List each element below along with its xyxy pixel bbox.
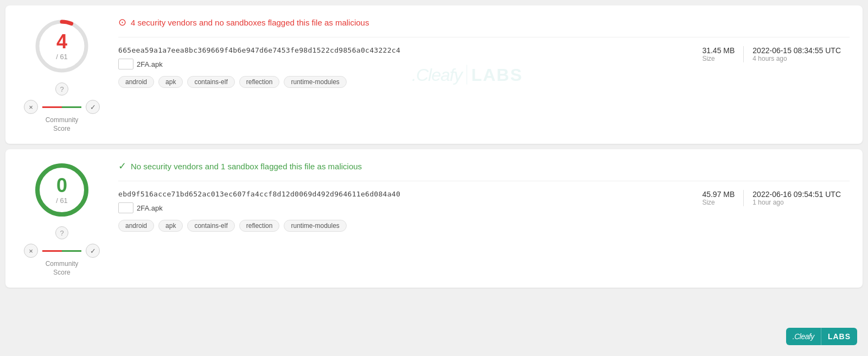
alert-banner-2: ✓ No security vendors and 1 sandbox flag… [118, 160, 850, 172]
tag-contains-elf-1[interactable]: contains-elf [187, 76, 234, 88]
result-card-2: 0 / 61 ? × ✓ CommunityScore ✓ No securit… [5, 149, 863, 288]
alert-text-2: No security vendors and 1 sandbox flagge… [131, 162, 362, 171]
score-denom-2: / 61 [56, 196, 68, 205]
vote-yes-button-1[interactable]: ✓ [86, 100, 100, 114]
vote-bar-1: × ✓ [24, 100, 100, 114]
meta-date-1: 2022-06-15 08:34:55 UTC 4 hours ago [744, 46, 850, 62]
file-name-1: 2FA.apk [137, 60, 163, 68]
file-icon-2 [118, 202, 133, 213]
date-label-1: 4 hours ago [752, 55, 787, 62]
bar-right-1 [62, 106, 81, 108]
tag-apk-2[interactable]: apk [158, 220, 183, 232]
score-number-2: 0 [56, 174, 67, 196]
date-label-2: 1 hour ago [752, 199, 783, 206]
size-value-2: 45.97 MB [702, 190, 735, 199]
vote-no-button-1[interactable]: × [24, 100, 38, 114]
tag-reflection-1[interactable]: reflection [239, 76, 280, 88]
size-value-1: 31.45 MB [702, 46, 735, 55]
tag-runtime-modules-2[interactable]: runtime-modules [284, 220, 346, 232]
tags-row-1: android apk contains-elf reflection runt… [118, 76, 702, 88]
community-label-1: CommunityScore [46, 116, 79, 133]
size-label-2: Size [702, 199, 714, 206]
hash-left-1: 665eea59a1a7eea8bc369669f4b6e947d6e7453f… [118, 46, 702, 88]
file-icon-1 [118, 59, 133, 69]
hash-row-1: 665eea59a1a7eea8bc369669f4b6e947d6e7453f… [118, 46, 702, 54]
hash-value-1: 665eea59a1a7eea8bc369669f4b6e947d6e7453f… [118, 46, 400, 54]
community-label-2: CommunityScore [46, 260, 79, 277]
tag-contains-elf-2[interactable]: contains-elf [187, 220, 234, 232]
bar-right-2 [62, 250, 81, 252]
tags-row-2: android apk contains-elf reflection runt… [118, 220, 702, 232]
tag-reflection-2[interactable]: reflection [239, 220, 280, 232]
meta-size-2: 45.97 MB Size [702, 190, 744, 206]
community-section-1: ? × ✓ CommunityScore [18, 82, 105, 133]
score-panel-1: 4 / 61 ? × ✓ CommunityScore [18, 16, 105, 133]
bar-left-2 [42, 250, 62, 252]
score-panel-2: 0 / 61 ? × ✓ CommunityScore [18, 160, 105, 277]
file-name-2: 2FA.apk [137, 204, 163, 212]
file-name-row-1: 2FA.apk [118, 59, 702, 69]
alert-icon-1: ⊙ [118, 16, 126, 28]
tag-android-1[interactable]: android [118, 76, 154, 88]
meta-group-1: 31.45 MB Size 2022-06-15 08:34:55 UTC 4 … [702, 46, 850, 62]
score-denom-1: / 61 [56, 53, 68, 61]
alert-icon-2: ✓ [118, 160, 126, 172]
tag-apk-1[interactable]: apk [158, 76, 183, 88]
community-section-2: ? × ✓ CommunityScore [18, 226, 105, 277]
score-circle-1: 4 / 61 [32, 16, 92, 76]
bar-track-1 [42, 106, 81, 108]
hash-left-2: ebd9f516acce71bd652ac013ec607fa4ccf8d12d… [118, 190, 702, 232]
alert-banner-1: ⊙ 4 security vendors and no sandboxes fl… [118, 16, 850, 28]
meta-size-1: 31.45 MB Size [702, 46, 744, 62]
tag-android-2[interactable]: android [118, 220, 154, 232]
alert-text-1: 4 security vendors and no sandboxes flag… [131, 18, 369, 27]
hash-section-2: ebd9f516acce71bd652ac013ec607fa4ccf8d12d… [118, 190, 850, 232]
hash-value-2: ebd9f516acce71bd652ac013ec607fa4ccf8d12d… [118, 190, 400, 198]
date-value-2: 2022-06-16 09:54:51 UTC [752, 190, 841, 199]
tag-runtime-modules-1[interactable]: runtime-modules [284, 76, 346, 88]
vote-no-button-2[interactable]: × [24, 244, 38, 258]
main-content-2: ✓ No security vendors and 1 sandbox flag… [118, 160, 850, 232]
bar-left-1 [42, 106, 62, 108]
vote-bar-2: × ✓ [24, 244, 100, 258]
meta-date-2: 2022-06-16 09:54:51 UTC 1 hour ago [744, 190, 850, 206]
date-value-1: 2022-06-15 08:34:55 UTC [752, 46, 841, 55]
question-icon-2: ? [55, 226, 68, 239]
divider-2 [118, 181, 850, 181]
score-circle-2: 0 / 61 [32, 160, 92, 220]
divider-1 [118, 37, 850, 37]
size-label-1: Size [702, 55, 714, 62]
score-number-1: 4 [56, 30, 67, 53]
file-name-row-2: 2FA.apk [118, 202, 702, 213]
vote-yes-button-2[interactable]: ✓ [86, 244, 100, 258]
question-icon-1: ? [55, 82, 68, 96]
hash-row-2: ebd9f516acce71bd652ac013ec607fa4ccf8d12d… [118, 190, 702, 198]
hash-section-1: 665eea59a1a7eea8bc369669f4b6e947d6e7453f… [118, 46, 850, 88]
main-content-1: ⊙ 4 security vendors and no sandboxes fl… [118, 16, 850, 88]
result-card-1: 4 / 61 ? × ✓ CommunityScore ⊙ 4 security… [5, 5, 863, 144]
meta-group-2: 45.97 MB Size 2022-06-16 09:54:51 UTC 1 … [702, 190, 850, 206]
bar-track-2 [42, 250, 81, 252]
